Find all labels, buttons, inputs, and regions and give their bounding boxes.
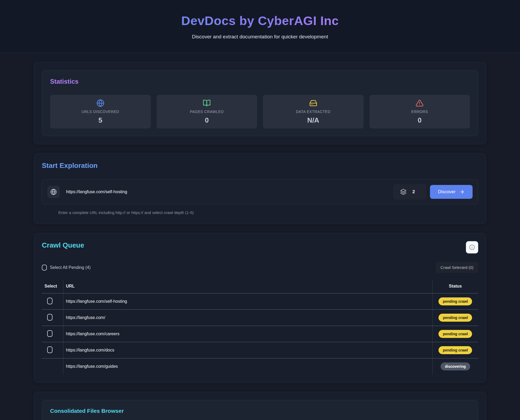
stat-value: N/A [307, 116, 319, 124]
row-checkbox[interactable] [47, 298, 52, 304]
row-url: https://langfuse.com/docs [63, 342, 432, 358]
globe-icon [96, 99, 104, 107]
discover-button-label: Discover [438, 189, 456, 195]
url-help-text: Enter a complete URL including http:// o… [58, 210, 478, 215]
stat-pages-crawled: PAGES CRAWLED 0 [157, 95, 257, 128]
row-checkbox[interactable] [47, 314, 52, 321]
status-badge: pending crawl [438, 346, 472, 354]
stat-label: URLS DISCOVERED [82, 110, 119, 114]
alert-triangle-icon [416, 99, 424, 107]
row-url: https://langfuse.com/careers [63, 326, 432, 342]
app-header: DevDocs by CyberAGI Inc Discover and ext… [0, 0, 520, 53]
status-badge: pending crawl [438, 330, 472, 338]
table-row: https://langfuse.com/self-hosting pendin… [42, 293, 478, 310]
table-row: https://langfuse.com/guides discovering [42, 358, 478, 375]
hard-drive-icon [309, 99, 317, 107]
url-input-bar: Discover [42, 179, 478, 204]
column-header-select: Select [42, 280, 63, 293]
row-url: https://langfuse.com/self-hosting [63, 293, 432, 310]
arrow-right-icon [459, 189, 465, 195]
start-exploration-heading: Start Exploration [42, 161, 478, 170]
stat-label: ERRORS [411, 110, 428, 114]
table-row: https://langfuse.com/careers pending cra… [42, 326, 478, 342]
column-header-status: Status [432, 280, 478, 293]
status-badge: pending crawl [438, 314, 472, 322]
crawl-depth-control[interactable] [393, 184, 426, 200]
files-browser-section: Consolidated Files Browser docs_ag2_ai_l… [34, 392, 486, 420]
stat-label: PAGES CRAWLED [190, 110, 224, 114]
row-url: https://langfuse.com/ [63, 310, 432, 326]
stat-urls-discovered: URLS DISCOVERED 5 [50, 95, 151, 128]
status-badge: pending crawl [438, 297, 472, 305]
select-all-label: Select All Pending (4) [50, 265, 91, 270]
crawl-selected-button[interactable]: Crawl Selected (0) [436, 262, 478, 273]
status-badge: discovering [441, 362, 470, 370]
discover-button[interactable]: Discover [430, 185, 473, 199]
row-url: https://langfuse.com/guides [63, 358, 432, 375]
crawl-queue-heading: Crawl Queue [42, 241, 84, 249]
stat-data-extracted: DATA EXTRACTED N/A [263, 95, 364, 128]
stat-value: 0 [418, 116, 421, 124]
select-all-pending[interactable]: Select All Pending (4) [42, 265, 91, 270]
select-all-checkbox[interactable] [42, 265, 47, 270]
start-exploration-section: Start Exploration Discover Enter a compl… [34, 153, 486, 224]
table-row: https://langfuse.com/docs pending crawl [42, 342, 478, 358]
info-button[interactable] [466, 241, 478, 253]
page-title: DevDocs by CyberAGI Inc [181, 13, 339, 28]
row-checkbox[interactable] [47, 346, 52, 353]
info-icon [469, 244, 475, 250]
book-open-icon [203, 99, 211, 107]
files-browser-heading: Consolidated Files Browser [50, 408, 470, 414]
stat-value: 0 [205, 116, 209, 124]
url-input[interactable] [60, 189, 393, 194]
crawl-queue-table: Select URL Status https://langfuse.com/s… [42, 280, 478, 375]
crawl-depth-input[interactable] [412, 189, 419, 195]
statistics-section: Statistics URLS DISCOVERED 5 PAGES CRAWL… [34, 62, 486, 144]
layers-icon [400, 189, 407, 195]
statistics-card: Statistics URLS DISCOVERED 5 PAGES CRAWL… [42, 70, 478, 136]
statistics-heading: Statistics [50, 78, 470, 85]
files-browser-card: Consolidated Files Browser docs_ag2_ai_l… [42, 400, 478, 420]
statistics-grid: URLS DISCOVERED 5 PAGES CRAWLED 0 DATA E… [50, 95, 470, 128]
stat-label: DATA EXTRACTED [296, 110, 331, 114]
crawl-queue-section: Crawl Queue Select All Pending (4) Crawl… [34, 233, 486, 383]
row-checkbox[interactable] [47, 330, 52, 337]
column-header-url: URL [63, 280, 432, 293]
stat-value: 5 [99, 116, 102, 124]
globe-icon [47, 186, 60, 198]
table-row: https://langfuse.com/ pending crawl [42, 310, 478, 326]
stat-errors: ERRORS 0 [369, 95, 470, 128]
page-subtitle: Discover and extract documentation for q… [192, 34, 328, 40]
main-content: Statistics URLS DISCOVERED 5 PAGES CRAWL… [34, 53, 486, 420]
